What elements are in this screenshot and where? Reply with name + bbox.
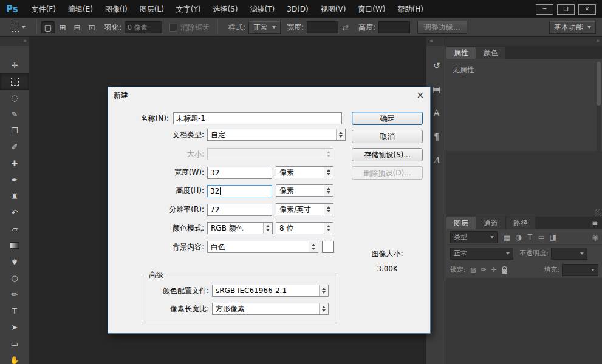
- scrollbar-thumb[interactable]: [597, 62, 601, 106]
- dialog-close-icon[interactable]: ×: [416, 91, 424, 100]
- pen-tool[interactable]: ✏: [0, 286, 29, 303]
- expand-panel-dock-chevron[interactable]: «: [426, 37, 446, 46]
- swap-dimensions-icon[interactable]: ⇄: [342, 23, 349, 32]
- layers-blend-row: 正常 不透明度:: [446, 245, 602, 261]
- tab-layers[interactable]: 图层: [446, 217, 476, 229]
- width-unit-select[interactable]: 像素: [276, 166, 333, 178]
- gradient-icon: [10, 242, 19, 249]
- height-unit-select[interactable]: 像素: [276, 184, 333, 197]
- move-tool[interactable]: ✛: [0, 57, 29, 73]
- pixel-aspect-select[interactable]: 方形像素: [212, 303, 329, 315]
- eraser-tool[interactable]: ▱: [0, 221, 29, 237]
- quick-selection-tool[interactable]: ✎: [0, 106, 29, 123]
- lasso-tool[interactable]: ◌: [0, 90, 29, 106]
- minimize-button[interactable]: ─: [536, 4, 553, 15]
- tab-color[interactable]: 颜色: [476, 47, 505, 59]
- filter-pixel-layers-icon[interactable]: ▦: [501, 233, 513, 241]
- lock-position-icon[interactable]: ✛: [489, 266, 499, 274]
- history-brush-tool[interactable]: ↶: [0, 204, 29, 221]
- layer-filter-type-select[interactable]: 类型: [450, 231, 498, 243]
- resolution-unit-select[interactable]: 像素/英寸: [276, 203, 333, 215]
- menu-window[interactable]: 窗口(W): [352, 0, 391, 18]
- antialias-checkbox[interactable]: [169, 24, 177, 32]
- lock-all-icon[interactable]: [502, 269, 507, 274]
- clone-stamp-tool[interactable]: ♜: [0, 188, 29, 204]
- resolution-input[interactable]: 72: [207, 204, 272, 216]
- menu-view[interactable]: 视图(V): [315, 0, 352, 18]
- menu-type[interactable]: 文字(Y): [170, 0, 207, 18]
- filter-shape-layers-icon[interactable]: ▭: [536, 233, 547, 241]
- restore-button[interactable]: ❐: [557, 4, 575, 15]
- style-select[interactable]: 正常: [248, 21, 281, 34]
- background-select[interactable]: 白色: [207, 241, 318, 253]
- panel-menu-icon[interactable]: ≡: [587, 217, 602, 229]
- opacity-select[interactable]: [551, 248, 587, 260]
- height-input[interactable]: [378, 21, 410, 33]
- menu-3d[interactable]: 3D(D): [281, 0, 314, 18]
- size-label: 大小:: [108, 148, 204, 160]
- rectangular-marquee-tool[interactable]: [0, 73, 29, 90]
- menu-filter[interactable]: 滤镜(T): [244, 0, 281, 18]
- menu-edit[interactable]: 编辑(E): [62, 0, 99, 18]
- expand-tooldock-chevron[interactable]: »: [0, 37, 29, 46]
- color-mode-select[interactable]: RGB 颜色: [207, 222, 273, 234]
- menu-select[interactable]: 选择(S): [207, 0, 244, 18]
- new-selection-mode-button[interactable]: ▢: [41, 21, 55, 33]
- color-profile-select[interactable]: sRGB IEC61966-2.1: [212, 285, 329, 297]
- lock-label: 锁定:: [450, 265, 466, 274]
- tool-preset-picker[interactable]: [5, 21, 32, 34]
- feather-input[interactable]: 0 像素: [125, 21, 162, 33]
- bit-depth-select[interactable]: 8 位: [276, 222, 333, 234]
- menu-file[interactable]: 文件(F): [26, 0, 62, 18]
- tab-properties[interactable]: 属性: [446, 47, 476, 59]
- menu-layer[interactable]: 图层(L): [134, 0, 170, 18]
- hand-tool[interactable]: ✋: [0, 352, 29, 364]
- tab-channels[interactable]: 通道: [476, 217, 505, 229]
- doc-type-select[interactable]: 自定: [207, 129, 346, 141]
- background-color-swatch[interactable]: [322, 241, 334, 253]
- refine-edge-button[interactable]: 调整边缘...: [417, 21, 467, 34]
- filter-type-layers-icon[interactable]: T: [524, 233, 536, 241]
- lock-image-pixels-icon[interactable]: ✑: [479, 266, 489, 274]
- path-selection-tool-icon: ➤: [12, 323, 18, 332]
- fill-select[interactable]: [562, 264, 598, 276]
- rectangle-tool[interactable]: ▭: [0, 335, 29, 352]
- background-label: 背景内容:: [108, 241, 204, 253]
- blend-mode-select[interactable]: 正常: [450, 248, 513, 260]
- path-selection-tool[interactable]: ➤: [0, 319, 29, 335]
- workspace-switcher[interactable]: 基本功能: [549, 21, 596, 34]
- gradient-tool[interactable]: [0, 237, 29, 254]
- ok-button[interactable]: 确定: [352, 112, 423, 125]
- filter-smart-object-icon[interactable]: ◨: [547, 233, 559, 241]
- menu-help[interactable]: 帮助(H): [392, 0, 429, 18]
- brush-tool[interactable]: ✒: [0, 172, 29, 188]
- intersect-selection-mode-button[interactable]: ⊡: [85, 21, 98, 33]
- layer-filter-toggle-icon[interactable]: ◉: [592, 233, 598, 241]
- eyedropper-tool[interactable]: ✐: [0, 139, 29, 155]
- subtract-selection-mode-button[interactable]: ⊟: [70, 21, 84, 33]
- menu-image[interactable]: 图像(I): [99, 0, 134, 18]
- stepper-arrows-icon: [324, 204, 333, 215]
- width-input[interactable]: [307, 21, 338, 33]
- blur-tool[interactable]: ♠: [0, 254, 29, 270]
- tab-paths[interactable]: 路径: [506, 217, 535, 229]
- panel-resize-grip[interactable]: [595, 209, 601, 216]
- save-preset-button[interactable]: 存储预设(S)...: [352, 148, 423, 161]
- cancel-button[interactable]: 取消: [352, 130, 423, 143]
- height-input[interactable]: 32: [207, 185, 272, 197]
- layers-tab-bar: 图层 通道 路径 ≡: [446, 217, 602, 229]
- width-input[interactable]: 32: [207, 167, 272, 179]
- filter-adjustment-layers-icon[interactable]: ◑: [513, 233, 524, 241]
- collapse-panels-chevron[interactable]: »: [446, 37, 602, 46]
- history-panel-icon[interactable]: ↺: [426, 53, 446, 77]
- add-selection-mode-button[interactable]: ⊞: [56, 21, 69, 33]
- style-value: 正常: [253, 22, 268, 33]
- name-input[interactable]: 未标题-1: [173, 112, 342, 124]
- lock-transparent-pixels-icon[interactable]: ▨: [468, 266, 479, 274]
- horizontal-type-tool[interactable]: T: [0, 303, 29, 319]
- spot-healing-brush-tool[interactable]: ✚: [0, 155, 29, 172]
- crop-tool[interactable]: ❒: [0, 123, 29, 139]
- close-window-button[interactable]: ✕: [578, 4, 596, 15]
- dodge-tool[interactable]: ○: [0, 270, 29, 286]
- spot-healing-brush-tool-icon: ✚: [12, 159, 18, 168]
